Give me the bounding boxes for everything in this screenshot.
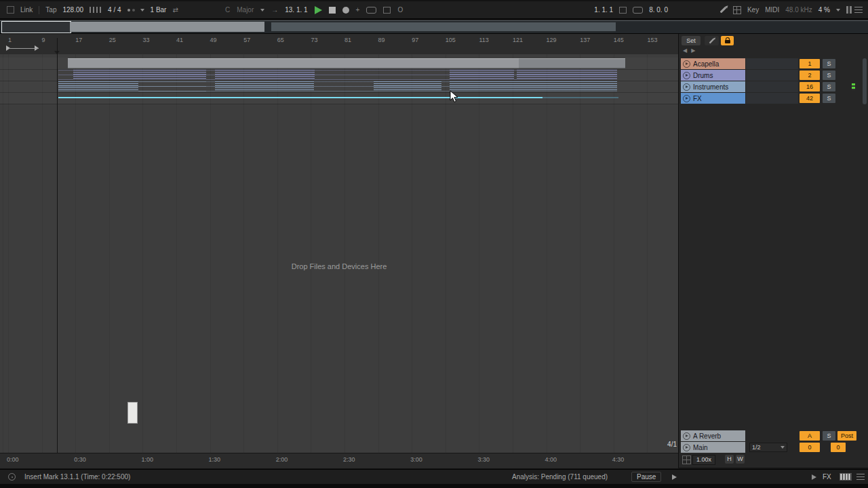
zoom-level-field[interactable]: 1.00x	[692, 455, 715, 465]
loop-length-field[interactable]: 8. 0. 0	[649, 6, 668, 14]
bar-number[interactable]: 97	[412, 37, 418, 43]
track-activator[interactable]: 1	[800, 59, 820, 68]
bar-number[interactable]: 57	[243, 37, 250, 43]
punch-icon[interactable]	[383, 7, 391, 14]
arrangement-area[interactable]: Drop Files and Devices Here 4/1	[0, 54, 678, 453]
midi-map-button[interactable]: MIDI	[765, 6, 779, 14]
cpu-meter[interactable]: 4 %	[818, 6, 830, 14]
track-activator[interactable]: 2	[800, 70, 820, 80]
overview-viewport-box[interactable]	[1, 21, 71, 33]
panel-scrollbar[interactable]	[863, 58, 867, 104]
clip[interactable]	[58, 81, 138, 92]
capture-midi-icon[interactable]: O	[397, 1, 403, 18]
clip[interactable]	[374, 81, 441, 92]
lock-button[interactable]	[721, 36, 734, 45]
bar-number[interactable]: 113	[479, 37, 488, 43]
bar-number[interactable]: 17	[75, 37, 82, 43]
clip[interactable]	[542, 93, 618, 103]
track-io-section[interactable]	[746, 81, 798, 92]
zoom-width-button[interactable]: W	[736, 455, 745, 464]
loop-brace[interactable]	[9, 48, 39, 49]
floating-clip[interactable]	[127, 402, 138, 424]
clip[interactable]	[138, 81, 206, 92]
track-name-area[interactable]: Instruments	[681, 81, 745, 92]
track-name-area[interactable]: FX	[681, 93, 745, 104]
bar-number[interactable]: 105	[446, 37, 456, 43]
link-button[interactable]: Link	[20, 6, 33, 14]
cpu-dropdown-icon[interactable]	[836, 9, 840, 12]
options-icon[interactable]	[7, 6, 14, 14]
scale-dropdown-icon[interactable]	[260, 9, 264, 12]
bar-number[interactable]: 73	[311, 37, 317, 43]
bar-number[interactable]: 121	[513, 37, 523, 43]
track-fold-icon[interactable]	[683, 444, 690, 451]
phase-nudge-icon[interactable]	[90, 7, 102, 13]
main-name-area[interactable]: Main	[681, 442, 745, 453]
clip[interactable]	[450, 70, 514, 80]
track-fold-icon[interactable]	[683, 95, 690, 102]
tap-tempo-button[interactable]: Tap	[45, 6, 56, 14]
track-io-section[interactable]	[746, 93, 798, 104]
track-io-section[interactable]	[746, 58, 798, 69]
track-io-section[interactable]	[746, 70, 798, 81]
quantize-menu[interactable]: 1 Bar	[151, 6, 167, 14]
loop-region-icon[interactable]	[633, 7, 643, 14]
bar-number[interactable]: 25	[109, 37, 116, 43]
track-activator[interactable]: 42	[800, 94, 820, 103]
track-row[interactable]: Drums2S	[679, 70, 868, 81]
time-signature-field[interactable]: 4 / 4	[108, 6, 121, 14]
bar-number[interactable]: 65	[277, 37, 284, 43]
track-row[interactable]: FX42S	[679, 93, 868, 104]
play-button[interactable]	[315, 6, 322, 14]
follow-icon[interactable]: →	[271, 1, 278, 18]
loop-start-field[interactable]: 1. 1. 1	[594, 6, 613, 14]
bar-number[interactable]: 1	[8, 37, 12, 43]
key-map-button[interactable]: Key	[747, 6, 759, 14]
track-fold-icon[interactable]	[683, 83, 690, 91]
draw-button[interactable]	[705, 36, 719, 45]
track-solo-button[interactable]: S	[823, 94, 835, 103]
track-solo-button[interactable]: S	[823, 59, 835, 68]
post-toggle-button[interactable]: Post	[837, 431, 856, 441]
track-activator[interactable]: 16	[800, 82, 820, 92]
bar-number[interactable]: 145	[614, 37, 624, 43]
punch-in-icon[interactable]	[619, 7, 627, 14]
track-row[interactable]: Instruments16S	[679, 81, 868, 92]
bar-number[interactable]: 153	[647, 37, 657, 43]
metronome-icon[interactable]	[127, 9, 130, 12]
grid-settings-icon[interactable]	[682, 455, 691, 464]
scroll-arrows[interactable]: ◀▶	[683, 47, 699, 54]
tempo-field[interactable]: 128.00	[62, 6, 83, 14]
track-solo-button[interactable]: S	[823, 70, 835, 80]
clip[interactable]	[58, 93, 542, 103]
clip[interactable]	[450, 81, 617, 92]
main-volume-field[interactable]: 0	[831, 443, 846, 452]
info-icon[interactable]	[8, 473, 16, 481]
track-fold-icon[interactable]	[683, 60, 690, 68]
pause-analysis-button[interactable]: Pause	[631, 472, 661, 482]
loop-switch-icon[interactable]	[366, 7, 376, 14]
bar-number[interactable]: 89	[378, 37, 385, 43]
record-button[interactable]	[342, 7, 349, 14]
bar-number[interactable]: 129	[547, 37, 557, 43]
draw-mode-icon[interactable]	[720, 7, 727, 14]
track-fold-icon[interactable]	[683, 72, 690, 79]
track-name-area[interactable]: Drums	[681, 70, 745, 81]
key-root-field[interactable]: C	[225, 6, 230, 14]
set-marker-button[interactable]: Set	[682, 36, 701, 45]
main-pan-field[interactable]: 0	[800, 443, 820, 452]
clip[interactable]	[215, 70, 315, 80]
time-ruler[interactable]: 0:000:301:001:302:002:303:003:304:004:30	[0, 453, 678, 468]
bar-number[interactable]: 81	[344, 37, 351, 43]
bar-ruler[interactable]: 1917253341495765738189971051131211291371…	[0, 34, 678, 54]
clip[interactable]	[215, 81, 314, 92]
clip[interactable]	[519, 58, 625, 68]
preview-play-icon[interactable]	[812, 474, 816, 480]
metronome-dropdown-icon[interactable]	[140, 9, 144, 12]
overview-toggle-icon[interactable]	[854, 7, 863, 14]
bar-number[interactable]: 9	[42, 37, 45, 43]
nudge-arrows-icon[interactable]: ⇄	[172, 1, 178, 18]
zoom-height-button[interactable]: H	[725, 455, 734, 464]
bar-number[interactable]: 41	[176, 37, 183, 43]
return-activator[interactable]: A	[800, 431, 820, 441]
